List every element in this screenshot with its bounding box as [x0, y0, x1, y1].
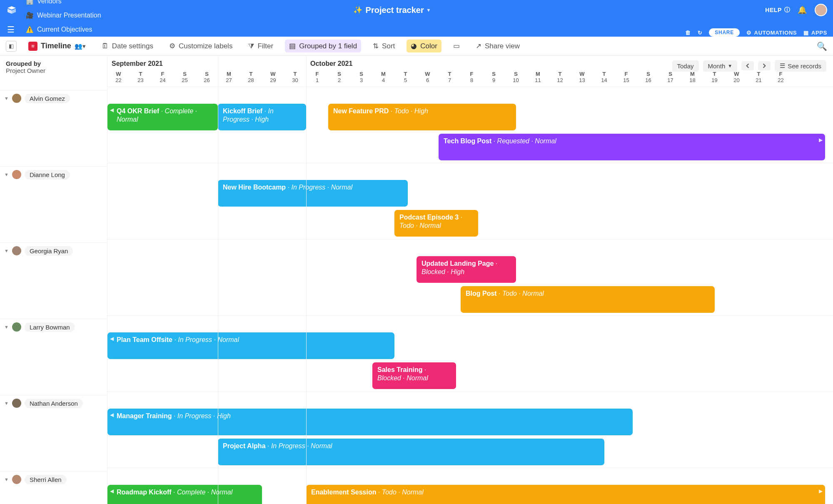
timeline-bar[interactable]: New Feature PRD · Todo · High — [328, 104, 516, 130]
day-column: S9 — [483, 71, 505, 83]
trash-icon[interactable]: 🗑 — [685, 30, 691, 36]
timeline-bar[interactable]: Blog Post · Todo · Normal — [461, 286, 715, 313]
prev-period-button[interactable] — [741, 61, 754, 70]
menu-button[interactable]: ☰ — [3, 22, 18, 37]
group-header[interactable]: ▼Dianne Long — [0, 167, 107, 182]
row-height-button[interactable]: ▭ — [449, 40, 464, 52]
group-header[interactable]: ▼Georgia Ryan — [0, 243, 107, 259]
bar-title: Tech Blog Post — [444, 137, 491, 145]
owner-name: Dianne Long — [25, 170, 70, 180]
timeline-bar[interactable]: ◀Roadmap Kickoff · Complete · Normal — [107, 485, 262, 504]
tab-icon: ⚠️ — [26, 26, 34, 33]
timeline-lane: ◀Roadmap Kickoff · Complete · Normal▶Ena… — [107, 484, 833, 504]
calendar-icon: 🗓 — [102, 42, 109, 50]
collapse-icon: ▼ — [4, 477, 9, 482]
day-column: W29 — [262, 71, 284, 83]
timeline-bar[interactable]: Project Alpha · In Progress · Normal — [218, 439, 604, 465]
day-column: S10 — [505, 71, 527, 83]
timeline-bar[interactable]: ◀Manager Training · In Progress · High — [107, 409, 633, 435]
filter-icon: ⧩ — [248, 42, 254, 50]
color-button[interactable]: ◕ Color — [407, 40, 441, 52]
notifications-icon[interactable]: 🔔 — [798, 5, 807, 15]
timeline-main[interactable]: Today Month▼ ☰See records September 2021… — [107, 56, 833, 504]
toggle-sidebar-button[interactable]: ◧ — [6, 41, 17, 52]
view-switcher[interactable]: ≡ Timeline 👥▾ — [24, 40, 90, 53]
group-header[interactable]: ▼Larry Bowman — [0, 319, 107, 335]
today-button[interactable]: Today — [672, 60, 699, 72]
timeline-lane: Podcast Episode 3 · Todo · Normal — [107, 209, 833, 239]
timeline-icon: ≡ — [28, 42, 37, 51]
group-by-header: Grouped by Project Owner — [0, 56, 107, 76]
apps-link[interactable]: ▦ APPS — [803, 30, 827, 36]
day-column: F8 — [461, 71, 483, 83]
day-column: W13 — [571, 71, 593, 83]
next-period-button[interactable] — [758, 61, 771, 70]
app-logo[interactable] — [6, 4, 17, 16]
overflow-right-icon: ▶ — [819, 488, 823, 494]
bar-title: Sales Training — [377, 366, 422, 373]
timeline-bar[interactable]: Kickoff Brief · In Progress · High — [218, 104, 306, 130]
automations-link[interactable]: ⚙ AUTOMATIONS — [746, 30, 797, 36]
timeline-bar[interactable]: Updated Landing Page · Blocked · High — [416, 256, 516, 283]
timeline-bar[interactable]: Podcast Episode 3 · Todo · Normal — [394, 210, 478, 237]
bar-title: Updated Landing Page — [421, 260, 494, 267]
base-title[interactable]: ✨ Project tracker ▾ — [17, 5, 765, 15]
owner-name: Georgia Ryan — [25, 246, 73, 256]
tab-current-objectives[interactable]: ⚠️Current Objectives — [18, 22, 109, 37]
timeline-bar[interactable]: ▶Tech Blog Post · Requested · Normal — [439, 134, 825, 160]
owner-avatar — [12, 475, 21, 484]
app-header: ✨ Project tracker ▾ HELP ⓘ 🔔 — [0, 0, 833, 20]
help-link[interactable]: HELP ⓘ — [765, 6, 790, 14]
customize-labels-button[interactable]: ⚙ Customize labels — [165, 40, 237, 52]
day-column: T21 — [748, 71, 770, 83]
scale-selector[interactable]: Month▼ — [703, 60, 738, 72]
timeline-lane: Blog Post · Todo · Normal — [107, 285, 833, 315]
month-label-1: September 2021 — [112, 60, 163, 67]
see-records-button[interactable]: ☰See records — [775, 60, 826, 72]
tab-vendors[interactable]: 🏢Vendors — [18, 0, 109, 8]
bar-title: Manager Training — [117, 412, 172, 419]
day-column: W6 — [416, 71, 439, 83]
timeline-lane: Updated Landing Page · Blocked · High — [107, 255, 833, 285]
timeline-bar[interactable]: ◀Plan Team Offsite · In Progress · Norma… — [107, 332, 394, 359]
day-column: F22 — [770, 71, 792, 83]
date-settings-button[interactable]: 🗓 Date settings — [97, 40, 157, 52]
day-column: S2 — [328, 71, 350, 83]
owner-avatar — [12, 94, 21, 103]
share-button[interactable]: SHARE — [709, 28, 740, 37]
day-column: S17 — [659, 71, 681, 83]
search-icon[interactable]: 🔍 — [817, 42, 827, 51]
month-divider — [306, 56, 307, 504]
bar-meta: · Complete · Normal — [172, 489, 233, 496]
filter-button[interactable]: ⧩ Filter — [244, 40, 277, 52]
collapse-icon: ▼ — [4, 172, 9, 177]
timeline-bar[interactable]: Sales Training · Blocked · Normal — [372, 362, 456, 389]
timeline-lane: Sales Training · Blocked · Normal — [107, 362, 833, 392]
history-icon[interactable]: ↻ — [698, 30, 703, 36]
overflow-left-icon: ◀ — [110, 412, 114, 418]
day-column: T5 — [394, 71, 416, 83]
bar-title: New Hire Bootcamp — [223, 184, 286, 191]
group-header[interactable]: ▼Alvin Gomez — [0, 90, 107, 106]
group-header[interactable]: ▼Sherri Allen — [0, 472, 107, 487]
timeline-bar[interactable]: New Hire Bootcamp · In Progress · Normal — [218, 180, 408, 207]
share-view-button[interactable]: ↗ Share view — [471, 40, 524, 52]
bar-title: Kickoff Brief — [223, 107, 262, 115]
tab-webinar-presentation[interactable]: 🎥Webinar Presentation — [18, 8, 109, 22]
day-column: F24 — [152, 71, 174, 83]
overflow-left-icon: ◀ — [110, 336, 114, 342]
day-column: T19 — [703, 71, 726, 83]
timeline-bar[interactable]: ▶Enablement Session · Todo · Normal — [306, 485, 825, 504]
owner-name: Nathan Anderson — [25, 399, 83, 408]
bar-title: Blog Post — [466, 290, 497, 297]
collapse-icon: ▼ — [4, 324, 9, 329]
timeline-lane: ◀Q4 OKR Brief · Complete · NormalKickoff… — [107, 103, 833, 133]
user-avatar[interactable] — [815, 4, 827, 16]
group-header[interactable]: ▼Nathan Anderson — [0, 395, 107, 411]
owner-avatar — [12, 170, 21, 179]
bar-title: Podcast Episode 3 — [399, 214, 459, 221]
sort-button[interactable]: ⇅ Sort — [369, 40, 399, 52]
bar-meta: · In Progress · Normal — [266, 442, 332, 449]
timeline-bar[interactable]: ◀Q4 OKR Brief · Complete · Normal — [107, 104, 218, 130]
group-button[interactable]: ▤ Grouped by 1 field — [285, 40, 361, 52]
